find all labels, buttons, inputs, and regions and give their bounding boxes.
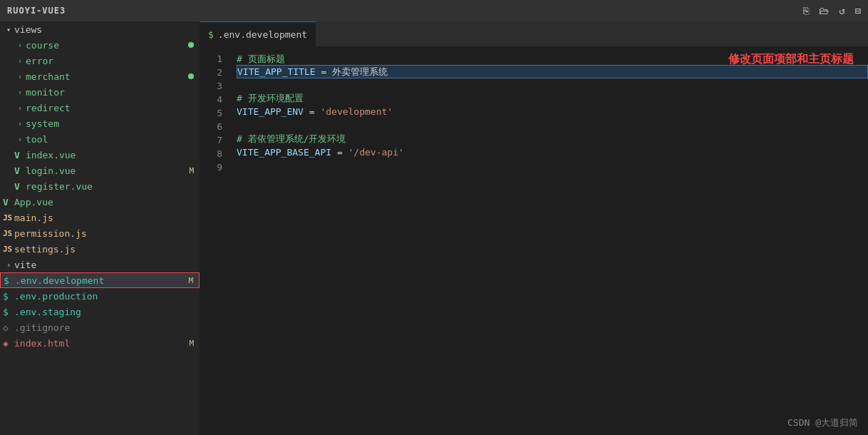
active-tab[interactable]: $ .env.development — [200, 21, 316, 46]
folder-label: system — [26, 118, 194, 129]
sidebar-item-app-vue[interactable]: V App.vue — [0, 194, 200, 210]
file-label: .gitignore — [14, 322, 194, 333]
sidebar-item-env-production[interactable]: $ .env.production — [0, 288, 200, 304]
code-line-4: # 开发环境配置 — [237, 91, 868, 105]
folder-label: monitor — [26, 87, 194, 98]
folder-label: tool — [26, 134, 194, 145]
sidebar-item-merchant[interactable]: › merchant — [0, 68, 200, 84]
arrow-icon: › — [14, 120, 26, 128]
folder-label: error — [26, 56, 194, 66]
env-icon: $ — [3, 291, 14, 302]
sidebar-item-env-development[interactable]: $ .env.development M — [0, 272, 200, 288]
sidebar-item-monitor[interactable]: › monitor — [0, 84, 200, 100]
var-text: VITE_APP_ENV — [237, 105, 304, 118]
project-name: RUOYI-VUE3 — [7, 6, 66, 16]
annotation: 修改页面项部和主页标题 — [728, 52, 854, 66]
env-icon: $ — [4, 275, 15, 286]
sidebar-item-index-vue[interactable]: V index.vue — [0, 147, 200, 163]
code-line-5: VITE_APP_ENV = 'development' — [237, 105, 868, 118]
sidebar-item-settings-js[interactable]: JS settings.js — [0, 241, 200, 257]
watermark: CSDN @大道归简 — [787, 416, 858, 429]
js-icon: JS — [3, 213, 14, 222]
vue-icon: V — [3, 197, 14, 208]
sidebar-item-system[interactable]: › system — [0, 116, 200, 131]
code-line-7: # 若依管理系统/开发环境 — [237, 132, 868, 145]
comment-text: # 开发环境配置 — [237, 91, 304, 105]
new-file-icon[interactable]: ⎘ — [803, 5, 809, 16]
sidebar-item-course[interactable]: › course — [0, 37, 200, 53]
operator-text: = — [304, 105, 320, 118]
var-text: VITE_APP_BASE_API — [237, 145, 331, 159]
comment-text: # 若依管理系统/开发环境 — [237, 132, 346, 145]
line-numbers: 1 2 3 4 5 6 7 8 9 — [200, 46, 228, 435]
modified-badge: M — [188, 276, 193, 285]
comment-text: # 页面标题 — [237, 52, 285, 66]
code-line-6 — [237, 118, 868, 132]
arrow-icon: › — [3, 261, 14, 269]
sidebar-item-gitignore[interactable]: ◇ .gitignore — [0, 319, 200, 335]
sidebar-item-main-js[interactable]: JS main.js — [0, 210, 200, 225]
modified-dot — [188, 42, 194, 48]
code-line-8: VITE_APP_BASE_API = '/dev-api' — [237, 145, 868, 159]
folder-label: redirect — [26, 103, 194, 113]
folder-label: merchant — [26, 71, 185, 82]
tab-bar: $ .env.development — [200, 21, 868, 46]
file-label: settings.js — [14, 244, 194, 255]
js-icon: JS — [3, 229, 14, 238]
file-label: main.js — [14, 213, 194, 223]
arrow-icon: › — [14, 104, 26, 112]
file-label: .env.development — [15, 275, 188, 286]
file-label: register.vue — [26, 181, 194, 192]
var-text: VITE_APP_TITLE — [237, 65, 316, 78]
sidebar-item-login-vue[interactable]: V login.vue M — [0, 163, 200, 178]
sidebar-item-register-vue[interactable]: V register.vue — [0, 178, 200, 194]
file-label: index.vue — [26, 150, 194, 160]
sidebar-item-error[interactable]: › error — [0, 53, 200, 68]
sidebar-item-views[interactable]: ▾ views — [0, 21, 200, 37]
code-line-9 — [237, 159, 868, 173]
folder-label: course — [26, 40, 185, 51]
sidebar-item-vite[interactable]: › vite — [0, 257, 200, 272]
arrow-icon: › — [14, 135, 26, 143]
file-label: index.html — [14, 338, 189, 349]
string-text: 'development' — [320, 105, 393, 118]
sidebar-item-tool[interactable]: › tool — [0, 131, 200, 147]
operator-text: = — [316, 65, 332, 78]
file-label: App.vue — [14, 197, 194, 208]
vue-icon: V — [14, 150, 26, 160]
file-icon: ◇ — [3, 322, 14, 333]
file-label: permission.js — [14, 228, 194, 239]
sidebar-item-redirect[interactable]: › redirect — [0, 100, 200, 116]
vue-icon: V — [14, 181, 26, 192]
file-label: login.vue — [26, 165, 189, 176]
new-folder-icon[interactable]: 🗁 — [819, 5, 829, 16]
folder-label: views — [14, 24, 194, 35]
modified-dot — [188, 73, 194, 79]
modified-badge: M — [189, 339, 194, 348]
file-label: .env.production — [14, 291, 194, 302]
arrow-icon: › — [14, 88, 26, 96]
operator-text: = — [331, 145, 348, 159]
value-text: 外卖管理系统 — [332, 65, 388, 78]
html-icon: ◈ — [3, 338, 14, 349]
sidebar-item-index-html[interactable]: ◈ index.html M — [0, 335, 200, 351]
sidebar-item-permission-js[interactable]: JS permission.js — [0, 225, 200, 241]
code-line-3 — [237, 78, 868, 91]
editor-content: 1 2 3 4 5 6 7 8 9 修改页面项部和主页标题 # 页面标题 — [200, 46, 868, 435]
main-layout: ▾ views › course › error › merchant › mo… — [0, 21, 868, 435]
arrow-icon: › — [14, 57, 26, 65]
arrow-icon: ▾ — [3, 26, 14, 34]
refresh-icon[interactable]: ↺ — [839, 5, 844, 16]
file-explorer: ▾ views › course › error › merchant › mo… — [0, 21, 200, 435]
arrow-icon: › — [14, 41, 26, 49]
arrow-icon: › — [14, 73, 26, 81]
code-lines: 修改页面项部和主页标题 # 页面标题 VITE_APP_TITLE = 外卖管理… — [228, 46, 868, 435]
tab-env-icon: $ — [208, 29, 214, 40]
js-icon: JS — [3, 245, 14, 254]
collapse-icon[interactable]: ⊟ — [855, 5, 861, 16]
string-text: '/dev-api' — [348, 145, 404, 159]
title-bar: RUOYI-VUE3 ⎘ 🗁 ↺ ⊟ — [0, 0, 868, 21]
sidebar-item-env-staging[interactable]: $ .env.staging — [0, 304, 200, 319]
title-bar-icons: ⎘ 🗁 ↺ ⊟ — [803, 5, 861, 16]
env-icon: $ — [3, 307, 14, 317]
